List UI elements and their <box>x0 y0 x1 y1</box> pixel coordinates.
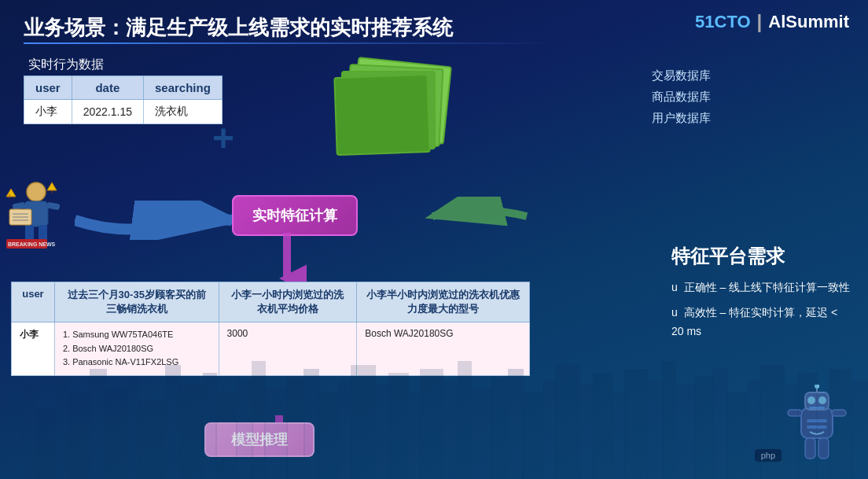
result-col-user: user <box>12 282 55 322</box>
feature-req-title: 特征平台需求 <box>671 244 852 269</box>
col-header-searching: searching <box>143 76 222 100</box>
svg-rect-59 <box>420 369 443 479</box>
svg-rect-69 <box>593 373 613 479</box>
svg-rect-76 <box>712 369 728 479</box>
page-title: 业务场景：满足生产级上线需求的实时推荐系统 <box>24 14 453 42</box>
result-col-top3: 过去三个月30-35岁顾客买的前三畅销洗衣机 <box>54 282 219 322</box>
svg-rect-53 <box>318 392 340 479</box>
svg-point-25 <box>818 396 826 404</box>
cell-user: 小李 <box>24 100 72 124</box>
svg-rect-45 <box>179 385 204 479</box>
character-svg: ! ! BREAKING NEWS <box>5 179 68 254</box>
feature-req-text-0: u 正确性 – 线上线下特征计算一致性 <box>671 278 850 297</box>
svg-rect-43 <box>138 400 166 479</box>
svg-rect-56 <box>374 385 390 479</box>
cell-searching: 洗衣机 <box>143 100 222 124</box>
svg-rect-71 <box>624 369 648 479</box>
down-arrow-svg <box>267 233 307 284</box>
left-arrow-svg <box>75 201 244 240</box>
svg-point-0 <box>27 182 46 201</box>
realtime-label: 实时行为数据 <box>28 57 104 73</box>
svg-rect-35 <box>0 400 24 479</box>
robot-figure <box>782 385 852 463</box>
results-table: user 过去三个月30-35岁顾客买的前三畅销洗衣机 小李一小时内浏览过的洗衣… <box>11 282 530 376</box>
svg-rect-32 <box>818 438 829 459</box>
character-figure: ! ! BREAKING NEWS <box>5 179 68 254</box>
svg-rect-75 <box>695 377 714 479</box>
svg-rect-74 <box>675 385 697 479</box>
svg-rect-44 <box>165 365 181 479</box>
svg-rect-40 <box>90 369 107 479</box>
svg-rect-3 <box>46 202 60 211</box>
svg-marker-10 <box>6 189 16 197</box>
result-cell-bestdeal: Bosch WAJ20180SG <box>357 322 530 376</box>
svg-rect-64 <box>508 369 524 479</box>
svg-rect-78 <box>747 381 761 479</box>
col-header-date: date <box>72 76 143 100</box>
svg-rect-37 <box>36 408 56 479</box>
result-cell-user: 小李 <box>12 322 55 376</box>
svg-rect-41 <box>105 389 127 479</box>
svg-rect-29 <box>788 410 802 416</box>
svg-rect-70 <box>612 392 626 479</box>
logo-area: 51CTO | AlSummit <box>695 11 849 33</box>
svg-rect-42 <box>126 381 140 479</box>
result-col-avgprice: 小李一小时内浏览过的洗衣机平均价格 <box>219 282 357 322</box>
result-cell-avgprice: 3000 <box>219 322 357 376</box>
db-label-0: 交易数据库 <box>652 64 711 86</box>
svg-rect-77 <box>726 392 748 479</box>
svg-rect-67 <box>555 365 580 479</box>
logo-aisummit: AlSummit <box>768 12 849 32</box>
stacked-papers <box>338 61 448 164</box>
svg-rect-61 <box>458 361 472 479</box>
title-underline <box>24 42 558 44</box>
svg-rect-26 <box>809 407 825 409</box>
feature-req-text-1: u 高效性 – 特征实时计算，延迟 < 20 ms <box>671 304 852 341</box>
center-box: 实时特征计算 <box>232 195 358 236</box>
svg-rect-66 <box>542 381 557 479</box>
php-badge: php <box>755 449 782 462</box>
svg-rect-60 <box>442 381 459 479</box>
svg-rect-73 <box>662 361 676 479</box>
feature-requirements: 特征平台需求 u 正确性 – 线上线下特征计算一致性 u 高效性 – 特征实时计… <box>671 244 852 347</box>
feature-req-item-0: u 正确性 – 线上线下特征计算一致性 <box>671 278 852 297</box>
svg-rect-72 <box>646 381 664 479</box>
svg-rect-39 <box>68 392 91 479</box>
svg-text:!: ! <box>51 190 53 194</box>
col-header-user: user <box>24 76 72 100</box>
svg-point-34 <box>815 385 819 389</box>
svg-rect-62 <box>470 389 492 479</box>
svg-text:!: ! <box>9 193 10 199</box>
svg-rect-28 <box>807 426 827 429</box>
db-label-1: 商品数据库 <box>652 86 711 107</box>
svg-rect-36 <box>22 385 38 479</box>
result-row-0: 小李 1. Samsung WW75TA046TE 2. Bosch WAJ20… <box>12 322 530 376</box>
model-box: 模型推理 <box>204 422 314 457</box>
svg-rect-68 <box>579 385 594 479</box>
svg-rect-38 <box>55 377 69 479</box>
svg-rect-30 <box>832 410 846 416</box>
cell-date: 2022.1.15 <box>72 100 143 124</box>
svg-rect-27 <box>807 419 827 422</box>
result-cell-top3: 1. Samsung WW75TA046TE 2. Bosch WAJ20180… <box>54 322 219 376</box>
paper-4 <box>333 74 430 156</box>
realtime-data-table: user date searching 小李 2022.1.15 洗衣机 <box>24 76 223 124</box>
logo-51cto: 51CTO <box>695 12 751 32</box>
svg-point-24 <box>807 396 815 404</box>
right-arrow-svg <box>401 197 535 236</box>
svg-rect-63 <box>491 377 509 479</box>
svg-rect-31 <box>805 438 815 459</box>
result-col-bestdeal: 小李半小时内浏览过的洗衣机优惠力度最大的型号 <box>357 282 530 322</box>
svg-rect-57 <box>388 373 409 479</box>
svg-rect-65 <box>522 392 544 479</box>
db-labels: 交易数据库 商品数据库 用户数据库 <box>652 64 711 128</box>
svg-rect-55 <box>351 365 376 479</box>
svg-text:BREAKING NEWS: BREAKING NEWS <box>8 241 56 247</box>
svg-rect-54 <box>338 381 352 479</box>
feature-req-item-1: u 高效性 – 特征实时计算，延迟 < 20 ms <box>671 304 852 341</box>
robot-svg <box>782 385 852 463</box>
plus-sign: + <box>212 116 234 160</box>
svg-rect-58 <box>407 392 421 479</box>
table-row: 小李 2022.1.15 洗衣机 <box>24 100 223 124</box>
logo-divider: | <box>757 11 763 33</box>
